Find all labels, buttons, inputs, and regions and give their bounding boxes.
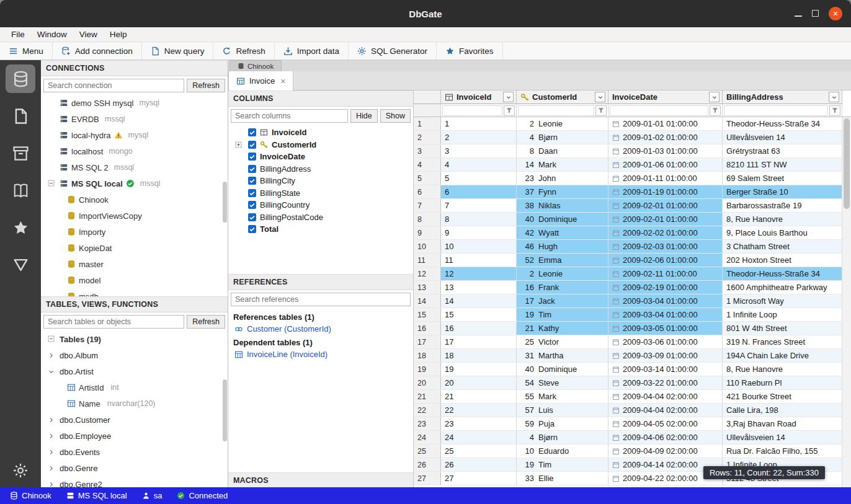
cell-customerid[interactable]: 16Frank — [517, 281, 608, 294]
cell-invoiceid[interactable]: 7 — [441, 199, 517, 212]
cell-customerid[interactable]: 4Bjørn — [517, 131, 608, 144]
table-item-dbo-album[interactable]: dbo.Album — [41, 347, 228, 363]
connections-scrollbar-thumb[interactable] — [223, 182, 227, 223]
cell-invoicedate[interactable]: 2009-02-01 01:00:00 — [608, 199, 723, 212]
database-item-importy[interactable]: Importy — [41, 224, 228, 240]
cell-customerid[interactable]: 37Fynn — [517, 185, 608, 198]
column-toggle-customerid[interactable]: CustomerId — [228, 139, 413, 151]
column-toggle-billingcity[interactable]: BillingCity — [228, 175, 413, 187]
cell-customerid[interactable]: 40Dominique — [517, 363, 608, 376]
cell-customerid[interactable]: 14Mark — [517, 158, 608, 171]
cell-customerid[interactable]: 59Puja — [517, 417, 608, 430]
cell-invoicedate[interactable]: 2009-03-04 01:00:00 — [608, 294, 723, 307]
activitybar-databases[interactable] — [0, 60, 41, 97]
cell-invoicedate[interactable]: 2009-02-02 01:00:00 — [608, 226, 723, 239]
maximize-button[interactable] — [812, 9, 819, 19]
checkbox-customerid[interactable] — [248, 141, 256, 149]
connections-refresh-button[interactable]: Refresh — [187, 79, 225, 92]
cell-invoiceid[interactable]: 2 — [441, 131, 517, 144]
column-header-invoicedate[interactable]: InvoiceDate — [608, 91, 723, 104]
activitybar-settings[interactable] — [0, 462, 41, 479]
cell-billingaddress[interactable]: Barbarossastraße 19 — [723, 199, 842, 212]
cell-invoiceid[interactable]: 9 — [441, 226, 517, 239]
column-menu-button[interactable] — [503, 92, 514, 102]
row-number[interactable]: 13 — [414, 281, 441, 294]
cell-customerid[interactable]: 54Steve — [517, 376, 608, 389]
row-number[interactable]: 4 — [414, 158, 441, 171]
row-number[interactable]: 27 — [414, 472, 441, 485]
cell-invoiceid[interactable]: 26 — [441, 458, 517, 471]
row-number[interactable]: 5 — [414, 172, 441, 185]
cell-customerid[interactable]: 33Ellie — [517, 472, 608, 485]
cell-customerid[interactable]: 8Daan — [517, 144, 608, 157]
cell-invoicedate[interactable]: 2009-01-11 01:00:00 — [608, 172, 723, 185]
cell-invoiceid[interactable]: 16 — [441, 322, 517, 335]
cell-invoicedate[interactable]: 2009-03-14 01:00:00 — [608, 363, 723, 376]
table-item-dbo-employee[interactable]: dbo.Employee — [41, 428, 228, 444]
row-number[interactable]: 26 — [414, 458, 441, 471]
grid-corner-cell[interactable] — [414, 91, 441, 104]
chevright-icon[interactable] — [48, 481, 55, 488]
cell-customerid[interactable]: 21Kathy — [517, 322, 608, 335]
cell-invoiceid[interactable]: 3 — [441, 144, 517, 157]
columns-search-input[interactable] — [231, 109, 348, 123]
cell-invoiceid[interactable]: 19 — [441, 363, 517, 376]
cell-invoiceid[interactable]: 18 — [441, 349, 517, 362]
cell-billingaddress[interactable]: Berger Straße 10 — [723, 185, 842, 198]
cell-invoicedate[interactable]: 2009-03-04 01:00:00 — [608, 308, 723, 321]
checkbox-invoiceid[interactable] — [248, 128, 256, 136]
column-toggle-billingcountry[interactable]: BillingCountry — [228, 199, 413, 211]
row-number[interactable]: 24 — [414, 431, 441, 444]
cell-invoiceid[interactable]: 24 — [441, 431, 517, 444]
cell-billingaddress[interactable]: 1 Microsoft Way — [723, 294, 842, 307]
cell-invoiceid[interactable]: 22 — [441, 404, 517, 417]
cell-invoiceid[interactable]: 1 — [441, 117, 517, 130]
cell-invoiceid[interactable]: 27 — [441, 472, 517, 485]
toolbar-refresh-button[interactable]: Refresh — [213, 42, 274, 60]
menu-window[interactable]: Window — [31, 29, 73, 40]
toolbar-sql-generator-button[interactable]: SQL Generator — [349, 42, 437, 60]
titlebar[interactable]: DbGate × — [0, 0, 851, 27]
cell-invoicedate[interactable]: 2009-03-22 01:00:00 — [608, 376, 723, 389]
connection-search-input[interactable] — [43, 79, 184, 92]
statusbar-ms-sql-local[interactable]: MS SQL local — [59, 487, 135, 504]
activitybar-archive[interactable] — [0, 135, 41, 172]
toolbar-add-connection-button[interactable]: Add connection — [53, 42, 142, 60]
cell-billingaddress[interactable]: 194A Chain Lake Drive — [723, 349, 842, 362]
columns-hide-button[interactable]: Hide — [350, 109, 378, 123]
row-number[interactable]: 10 — [414, 240, 441, 253]
cell-invoicedate[interactable]: 2009-01-03 01:00:00 — [608, 144, 723, 157]
column-toggle-billingaddress[interactable]: BillingAddress — [228, 163, 413, 175]
filter-button[interactable] — [504, 105, 515, 116]
filter-input-invoiceid[interactable] — [442, 105, 502, 116]
cell-billingaddress[interactable]: Theodor-Heuss-Straße 34 — [723, 267, 842, 280]
filter-button[interactable] — [710, 105, 721, 116]
column-header-billingaddress[interactable]: BillingAddress — [723, 91, 842, 104]
table-item-dbo-customer[interactable]: dbo.Customer — [41, 412, 228, 428]
cell-invoicedate[interactable]: 2009-04-04 02:00:00 — [608, 404, 723, 417]
cell-customerid[interactable]: 40Dominique — [517, 213, 608, 226]
cell-billingaddress[interactable]: 9, Place Louis Barthou — [723, 226, 842, 239]
connection-item-localhost[interactable]: localhostmongo — [41, 143, 228, 159]
column-item-name[interactable]: Namenvarchar(120) — [41, 396, 228, 412]
row-number[interactable]: 14 — [414, 294, 441, 307]
database-item-kopiedat[interactable]: KopieDat — [41, 240, 228, 256]
close-button[interactable]: × — [829, 7, 842, 20]
cell-invoicedate[interactable]: 2009-01-01 01:00:00 — [608, 117, 723, 130]
activitybar-history[interactable] — [0, 172, 41, 209]
plusbox-icon[interactable] — [235, 141, 242, 148]
cell-customerid[interactable]: 19Tim — [517, 308, 608, 321]
connection-item-ms-sql-local[interactable]: MS SQL localmssql — [41, 175, 228, 192]
row-number[interactable]: 3 — [414, 144, 441, 157]
tab-close-icon[interactable]: × — [280, 76, 285, 86]
tables-group[interactable]: Tables (19) — [41, 331, 228, 347]
cell-billingaddress[interactable]: 110 Raeburn Pl — [723, 376, 842, 389]
column-toggle-invoicedate[interactable]: InvoiceDate — [228, 151, 413, 163]
cell-invoicedate[interactable]: 2009-01-06 01:00:00 — [608, 158, 723, 171]
cell-invoiceid[interactable]: 21 — [441, 390, 517, 403]
cell-invoicedate[interactable]: 2009-03-09 01:00:00 — [608, 349, 723, 362]
minusbox-icon[interactable] — [48, 180, 55, 187]
tab-group-chinook[interactable]: Chinook — [229, 60, 282, 71]
cell-customerid[interactable]: 42Wyatt — [517, 226, 608, 239]
row-number[interactable]: 2 — [414, 131, 441, 144]
